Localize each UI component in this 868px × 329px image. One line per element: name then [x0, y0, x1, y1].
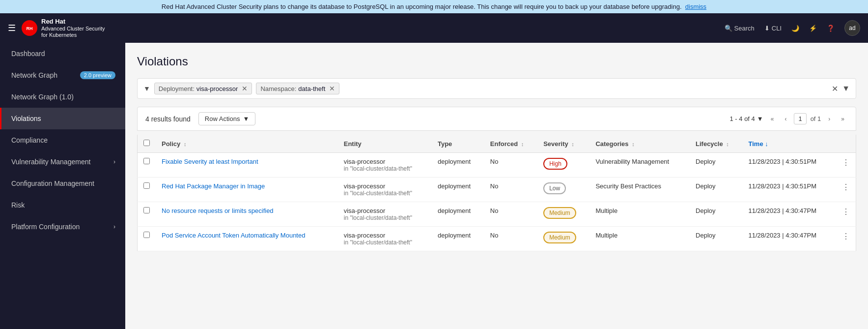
time-cell-0: 11/28/2023 | 4:30:51PM — [743, 153, 836, 178]
banner-dismiss[interactable]: dismiss — [685, 3, 706, 10]
type-cell-1: deployment — [432, 178, 484, 202]
pulse-button[interactable]: ⚡ — [809, 25, 817, 32]
remove-deployment-filter[interactable]: ✕ — [242, 85, 248, 92]
next-page-button[interactable]: › — [825, 113, 834, 125]
time-cell-1: 11/28/2023 | 4:30:51PM — [743, 178, 836, 202]
sidebar-item-network-graph-preview[interactable]: Network Graph2.0 preview — [0, 64, 125, 86]
lifecycle-cell-1: Deploy — [690, 178, 743, 202]
top-banner: Red Hat Advanced Cluster Security plans … — [0, 0, 868, 13]
user-avatar[interactable]: ad — [844, 20, 860, 36]
page-title: Violations — [137, 55, 856, 68]
entity-main-2: visa-processor — [344, 207, 426, 214]
sidebar-item-network-graph-1[interactable]: Network Graph (1.0) — [0, 86, 125, 108]
col-enforced: Enforced ↕ — [484, 135, 537, 153]
entity-main-0: visa-processor — [344, 158, 426, 165]
help-icon: ❓ — [827, 25, 835, 32]
col-entity: Entity — [338, 135, 432, 153]
row-menu-3[interactable]: ⋮ — [842, 232, 850, 241]
svg-text:RH: RH — [27, 26, 33, 31]
row-checkbox-0[interactable] — [143, 158, 150, 164]
filter-tag-deployment: Deployment: visa-processor ✕ — [154, 83, 252, 94]
row-checkbox-3[interactable] — [143, 232, 150, 238]
row-actions-button[interactable]: Row Actions ▼ — [198, 112, 255, 125]
help-button[interactable]: ❓ — [827, 25, 835, 32]
logo-text: Red Hat Advanced Cluster Security for Ku… — [41, 18, 105, 38]
search-button[interactable]: 🔍 Search — [725, 25, 755, 32]
redhat-logo: RH — [22, 20, 37, 36]
expand-filters[interactable]: ▼ — [842, 84, 850, 93]
moon-icon: 🌙 — [791, 25, 799, 32]
table-row: No resource requests or limits specified… — [138, 202, 856, 227]
pagination: 1 - 4 of 4 ▼ « ‹ 1 of 1 › » — [730, 113, 848, 125]
sidebar-item-dashboard[interactable]: Dashboard — [0, 43, 125, 64]
filter-tag-namespace: Namespace: data-theft ✕ — [256, 83, 339, 94]
policy-link-1[interactable]: Red Hat Package Manager in Image — [162, 182, 265, 190]
row-menu-2[interactable]: ⋮ — [842, 207, 850, 216]
sidebar-item-configuration-management[interactable]: Configuration Management — [0, 173, 125, 194]
filter-actions: ✕ ▼ — [832, 84, 850, 93]
logo-area: RH Red Hat Advanced Cluster Security for… — [22, 18, 105, 38]
sidebar-label-dashboard: Dashboard — [11, 50, 45, 58]
policy-link-3[interactable]: Pod Service Account Token Automatically … — [162, 232, 305, 239]
policy-link-2[interactable]: No resource requests or limits specified — [162, 207, 274, 214]
sidebar-label-compliance: Compliance — [11, 136, 48, 144]
type-cell-0: deployment — [432, 153, 484, 178]
table-body: Fixable Severity at least Important visa… — [138, 153, 856, 251]
col-policy: Policy ↕ — [156, 135, 338, 153]
table-row: Fixable Severity at least Important visa… — [138, 153, 856, 178]
time-cell-2: 11/28/2023 | 4:30:47PM — [743, 202, 836, 227]
row-actions-label: Row Actions — [205, 115, 240, 122]
row-checkbox-1[interactable] — [143, 182, 150, 189]
results-bar: 4 results found Row Actions ▼ 1 - 4 of 4… — [137, 107, 856, 131]
hamburger-button[interactable]: ☰ — [8, 23, 16, 33]
row-checkbox-2[interactable] — [143, 207, 150, 213]
row-actions-chevron: ▼ — [243, 115, 249, 122]
table-row: Pod Service Account Token Automatically … — [138, 227, 856, 251]
of-total: of 1 — [811, 115, 821, 122]
entity-main-1: visa-processor — [344, 182, 426, 190]
sidebar-item-platform-configuration[interactable]: Platform Configuration› — [0, 216, 125, 238]
pagination-chevron[interactable]: ▼ — [757, 115, 763, 122]
type-cell-2: deployment — [432, 202, 484, 227]
prev-page-button[interactable]: ‹ — [781, 113, 790, 125]
severity-badge-2: Medium — [543, 207, 576, 219]
sidebar-item-violations[interactable]: Violations — [0, 108, 125, 129]
sidebar-item-compliance[interactable]: Compliance — [0, 129, 125, 151]
brand-name: Red Hat — [41, 18, 105, 26]
remove-namespace-filter[interactable]: ✕ — [329, 85, 335, 92]
enforced-cell-1: No — [484, 178, 537, 202]
search-icon: 🔍 — [725, 25, 732, 32]
sidebar-item-risk[interactable]: Risk — [0, 194, 125, 216]
entity-sub-1: in "local-cluster/data-theft" — [344, 190, 426, 197]
enforced-cell-2: No — [484, 202, 537, 227]
lifecycle-cell-0: Deploy — [690, 153, 743, 178]
entity-main-3: visa-processor — [344, 232, 426, 239]
filter-bar: ▼ Deployment: visa-processor ✕ Namespace… — [137, 78, 856, 99]
enforced-cell-0: No — [484, 153, 537, 178]
sidebar-label-network-graph-preview: Network Graph — [11, 71, 57, 79]
clear-all-filters[interactable]: ✕ — [832, 84, 838, 93]
header-left: ☰ RH Red Hat Advanced Cluster Security f… — [8, 18, 105, 38]
cli-button[interactable]: ⬇ CLI — [764, 25, 782, 32]
severity-badge-0: High — [543, 158, 567, 170]
col-type: Type — [432, 135, 484, 153]
first-page-button[interactable]: « — [767, 113, 778, 125]
entity-sub-3: in "local-cluster/data-theft" — [344, 239, 426, 246]
enforced-cell-3: No — [484, 227, 537, 251]
theme-button[interactable]: 🌙 — [791, 25, 799, 32]
main-content: Violations ▼ Deployment: visa-processor … — [125, 43, 868, 329]
sidebar-item-vulnerability-management[interactable]: Vulnerability Management› — [0, 151, 125, 173]
download-icon: ⬇ — [764, 25, 770, 32]
table-header: Policy ↕ Entity Type Enforced ↕ Severity… — [138, 135, 856, 153]
entity-sub-2: in "local-cluster/data-theft" — [344, 214, 426, 221]
col-time: Time ↓ — [743, 135, 836, 153]
results-count: 4 results found — [145, 115, 191, 123]
entity-sub-0: in "local-cluster/data-theft" — [344, 165, 426, 172]
select-all-checkbox[interactable] — [143, 140, 150, 146]
sidebar-chevron-vulnerability-management: › — [113, 158, 115, 165]
row-menu-1[interactable]: ⋮ — [842, 182, 850, 192]
last-page-button[interactable]: » — [838, 113, 848, 125]
policy-link-0[interactable]: Fixable Severity at least Important — [162, 158, 258, 165]
app-header: ☰ RH Red Hat Advanced Cluster Security f… — [0, 13, 868, 43]
row-menu-0[interactable]: ⋮ — [842, 158, 850, 167]
